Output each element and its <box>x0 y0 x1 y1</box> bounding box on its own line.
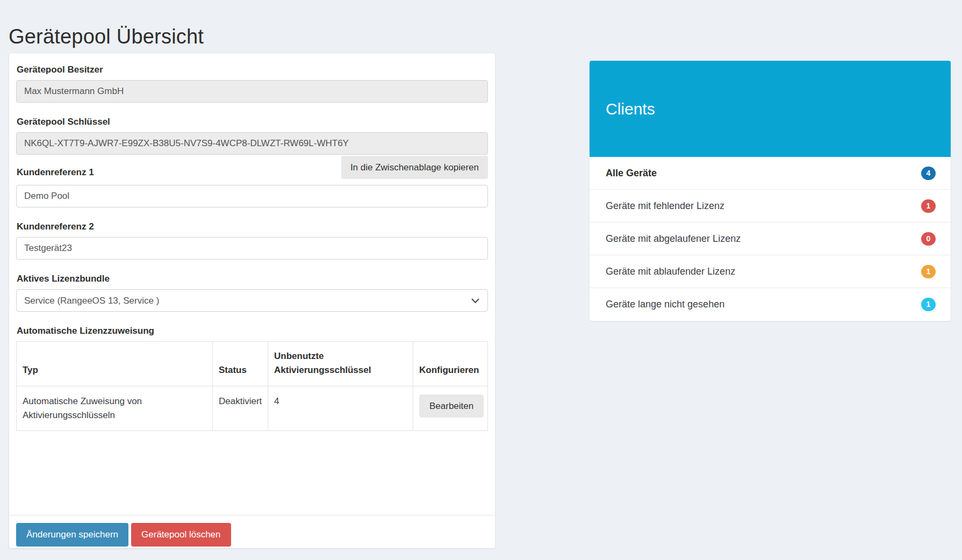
auto-license-label: Automatische Lizenzzuweisung <box>17 326 488 336</box>
count-badge: 0 <box>921 232 936 246</box>
ref2-label: Kundenreferenz 2 <box>17 221 488 232</box>
owner-input[interactable] <box>16 80 488 103</box>
delete-pool-button[interactable]: Gerätepool löschen <box>131 523 231 547</box>
clients-panel: Clients Alle Geräte 4 Geräte mit fehlend… <box>590 61 951 321</box>
bundle-label: Aktives Lizenzbundle <box>17 274 488 284</box>
bundle-field-group: Aktives Lizenzbundle Service (RangeeOS 1… <box>16 274 488 312</box>
table-header-unused-keys: Unbenutzte Aktivierungsschlüssel <box>268 342 413 386</box>
clients-title: Clients <box>606 100 655 118</box>
cell-configure: Bearbeiten <box>413 386 488 431</box>
client-filter-all-devices[interactable]: Alle Geräte 4 <box>590 157 951 189</box>
clients-header: Clients <box>590 61 951 157</box>
client-filter-label: Alle Geräte <box>606 168 657 179</box>
cell-status: Deaktiviert <box>213 386 268 431</box>
count-badge: 4 <box>921 167 936 180</box>
license-bundle-select[interactable]: Service (RangeeOS 13, Service ) <box>16 289 488 312</box>
client-filter-long-unseen[interactable]: Geräte lange nicht gesehen 1 <box>590 288 951 320</box>
table-header-configure: Konfigurieren <box>413 342 488 386</box>
ref2-input[interactable] <box>16 237 488 260</box>
key-input[interactable] <box>16 132 488 155</box>
client-filter-expired-license[interactable]: Geräte mit abgelaufener Lizenz 0 <box>590 222 951 255</box>
save-changes-button[interactable]: Änderungen speichern <box>16 523 128 547</box>
count-badge: 1 <box>921 265 936 278</box>
owner-field-group: Gerätepool Besitzer <box>16 64 488 103</box>
table-row: Automatische Zuweisung von Aktivierungss… <box>17 386 488 431</box>
key-field-group: Gerätepool Schlüssel <box>16 117 488 155</box>
card-footer: Änderungen speichern Gerätepool löschen <box>9 515 495 548</box>
cell-unused-keys: 4 <box>268 386 413 431</box>
client-filter-missing-license[interactable]: Geräte mit fehlender Lizenz 1 <box>590 189 951 222</box>
count-badge: 1 <box>921 298 936 311</box>
page-title: Gerätepool Übersicht <box>9 25 204 48</box>
copy-row: Kundenreferenz 1 In die Zwischenablage k… <box>16 156 488 179</box>
ref2-field-group: Kundenreferenz 2 <box>16 221 488 260</box>
client-filter-label: Geräte lange nicht gesehen <box>606 299 724 310</box>
client-filter-label: Geräte mit ablaufender Lizenz <box>606 266 735 277</box>
count-badge: 1 <box>921 199 936 213</box>
ref1-input[interactable] <box>16 185 488 207</box>
client-filter-label: Geräte mit abgelaufener Lizenz <box>606 233 741 245</box>
copy-to-clipboard-button[interactable]: In die Zwischenablage kopieren <box>341 156 488 179</box>
table-header-typ: Typ <box>17 342 213 386</box>
ref1-field-group <box>16 185 488 207</box>
devicepool-form-card: Gerätepool Besitzer Gerätepool Schlüssel… <box>9 53 496 549</box>
auto-license-table: Typ Status Unbenutzte Aktivierungsschlüs… <box>16 341 488 431</box>
auto-license-section: Automatische Lizenzzuweisung Typ Status … <box>16 326 488 431</box>
owner-label: Gerätepool Besitzer <box>17 64 488 75</box>
client-filter-label: Geräte mit fehlender Lizenz <box>606 200 724 212</box>
cell-typ: Automatische Zuweisung von Aktivierungss… <box>17 386 213 431</box>
edit-button[interactable]: Bearbeiten <box>419 394 484 418</box>
key-label: Gerätepool Schlüssel <box>17 117 488 127</box>
client-filter-expiring-license[interactable]: Geräte mit ablaufender Lizenz 1 <box>590 255 951 288</box>
table-header-status: Status <box>213 342 268 386</box>
ref1-label: Kundenreferenz 1 <box>17 167 94 178</box>
